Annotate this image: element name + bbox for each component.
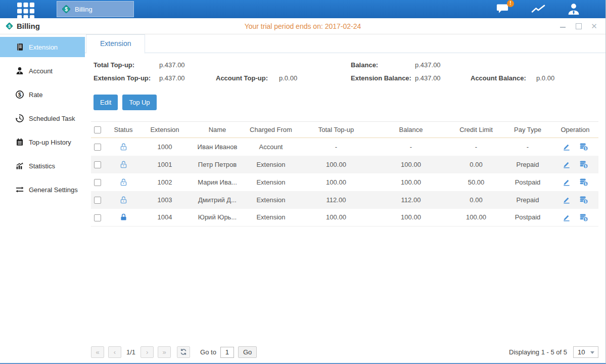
page-size-select[interactable]: 10 <box>573 346 598 358</box>
svg-text:$: $ <box>585 147 587 151</box>
unlocked-icon <box>119 196 128 204</box>
cell-charged-from: Extension <box>243 191 299 209</box>
row-checkbox[interactable] <box>94 197 101 204</box>
cell-charged-from: Extension <box>243 156 299 173</box>
chevron-down-icon <box>590 351 594 354</box>
summary-label: Total Top-up: <box>94 61 159 69</box>
sidebar-item-top-up-history[interactable]: Top-up History <box>0 132 85 152</box>
edit-icon[interactable] <box>562 160 571 169</box>
sidebar-item-general-settings[interactable]: General Settings <box>0 179 85 200</box>
window-titlebar: $ Billing Your trial period ends on: 201… <box>0 18 605 34</box>
user-icon[interactable] <box>566 3 581 15</box>
top-up-button[interactable]: Top Up <box>122 95 156 110</box>
cell-credit-limit: 100.00 <box>449 209 503 226</box>
svg-text:$: $ <box>65 7 68 12</box>
cell-charged-from: Account <box>243 138 299 156</box>
cell-balance: 112.00 <box>373 191 449 209</box>
cell-credit-limit: 0.00 <box>449 156 503 173</box>
notification-badge: ! <box>507 0 514 7</box>
cell-credit-limit: - <box>449 138 503 156</box>
topup-history-icon <box>15 138 24 147</box>
edit-button[interactable]: Edit <box>94 95 118 110</box>
sidebar-item-label: Account <box>29 67 53 75</box>
cell-total-top-up: 112.00 <box>299 191 373 209</box>
edit-icon[interactable] <box>562 213 571 222</box>
cell-pay-type: Prepaid <box>503 156 552 173</box>
rate-icon: $ <box>15 90 24 99</box>
action-buttons: Edit Top Up <box>94 95 605 110</box>
close-icon[interactable]: ✕ <box>591 23 597 29</box>
cell-balance: 100.00 <box>373 173 449 191</box>
cell-balance: 100.00 <box>373 209 449 226</box>
edit-icon[interactable] <box>562 142 571 151</box>
cell-name: Петр Петров <box>192 156 243 173</box>
column-header-pay-type: Pay Type <box>503 122 552 138</box>
cell-balance: - <box>373 138 449 156</box>
go-button[interactable]: Go <box>238 346 257 358</box>
cell-balance: 100.00 <box>373 156 449 173</box>
select-all-checkbox[interactable] <box>94 126 101 133</box>
row-checkbox[interactable] <box>94 179 101 186</box>
topup-icon[interactable]: $ <box>579 142 588 151</box>
column-header-status: Status <box>109 122 137 138</box>
sidebar-item-extension[interactable]: Extension <box>0 37 85 57</box>
general-settings-icon <box>15 185 24 194</box>
column-header-name: Name <box>192 122 243 138</box>
summary-group-1: Balance:p.437.00Extension Balance:p.437.… <box>351 61 605 82</box>
svg-text:$: $ <box>585 200 587 204</box>
column-header-select <box>91 122 109 138</box>
topup-icon[interactable]: $ <box>579 195 588 204</box>
sidebar-item-label: General Settings <box>29 186 78 194</box>
taskbar-billing-tab[interactable]: $ Billing <box>57 1 134 17</box>
last-page-button[interactable]: » <box>158 346 171 358</box>
column-header-total-top-up: Total Top-up <box>299 122 373 138</box>
prev-page-button[interactable]: ‹ <box>108 346 121 358</box>
displaying-count: Displaying 1 - 5 of 5 <box>509 348 567 356</box>
topup-icon[interactable]: $ <box>579 177 588 187</box>
topbar-icons: ! <box>495 3 581 15</box>
tab-strip: Extension <box>85 34 605 53</box>
sidebar-item-scheduled-task[interactable]: Scheduled Task <box>0 108 85 128</box>
sidebar-item-statistics[interactable]: Statistics <box>0 156 85 176</box>
account-icon <box>15 66 24 75</box>
page-indicator: 1/1 <box>126 348 135 356</box>
cell-extension: 1003 <box>137 191 192 209</box>
maximize-icon[interactable] <box>575 23 582 29</box>
summary-value: p.0.00 <box>279 74 351 82</box>
edit-icon[interactable] <box>562 195 571 204</box>
sidebar-item-account[interactable]: Account <box>0 61 85 81</box>
cell-extension: 1000 <box>137 138 192 156</box>
topup-icon[interactable]: $ <box>579 213 588 222</box>
cell-pay-type: - <box>503 138 552 156</box>
trial-notice: Your trial period ends on: 2017-02-24 <box>0 22 605 30</box>
column-header-extension: Extension <box>137 122 192 138</box>
next-page-button[interactable]: › <box>141 346 154 358</box>
desktop-topbar: $ Billing ! <box>0 0 605 18</box>
billing-diamond-icon: $ <box>61 4 71 14</box>
row-checkbox[interactable] <box>94 144 101 151</box>
sidebar-item-rate[interactable]: $Rate <box>0 84 85 105</box>
goto-label: Go to <box>200 348 216 356</box>
cell-total-top-up: 100.00 <box>299 173 373 191</box>
minimize-icon[interactable] <box>560 23 566 29</box>
cell-total-top-up: - <box>299 138 373 156</box>
reports-icon[interactable] <box>531 3 546 15</box>
app-grid-icon[interactable] <box>17 3 34 16</box>
summary-value <box>536 61 605 69</box>
goto-page-input[interactable] <box>220 347 234 358</box>
cell-pay-type: Prepaid <box>503 191 552 209</box>
locked-icon <box>119 213 128 221</box>
cell-charged-from: Extension <box>243 209 299 226</box>
column-header-charged-from: Charged From <box>243 122 299 138</box>
table-header-row: StatusExtensionNameCharged FromTotal Top… <box>91 122 598 138</box>
column-header-balance: Balance <box>373 122 449 138</box>
tab-extension[interactable]: Extension <box>86 34 145 54</box>
first-page-button[interactable]: « <box>91 346 104 358</box>
edit-icon[interactable] <box>562 177 571 187</box>
summary-label: Account Balance: <box>471 74 536 82</box>
row-checkbox[interactable] <box>94 161 101 168</box>
messages-icon[interactable]: ! <box>495 3 510 15</box>
refresh-icon[interactable] <box>177 346 190 358</box>
row-checkbox[interactable] <box>94 214 101 221</box>
topup-icon[interactable]: $ <box>579 160 588 169</box>
